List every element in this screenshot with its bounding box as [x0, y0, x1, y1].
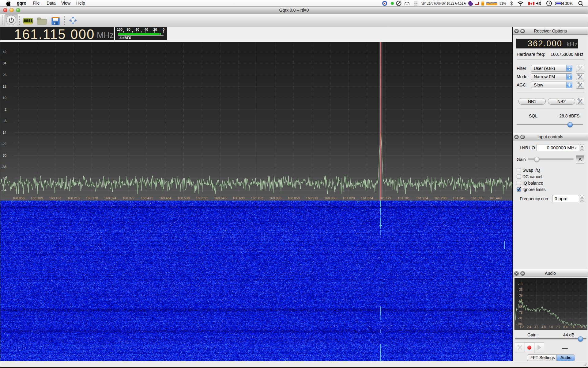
- svg-text:-100: -100: [116, 28, 123, 31]
- svg-text:-52: -52: [518, 299, 523, 303]
- svg-text:-80: -80: [126, 28, 130, 31]
- svg-text:-39: -39: [518, 294, 523, 297]
- svg-text:160.591: 160.591: [196, 196, 208, 200]
- svg-text:160.484: 160.484: [159, 196, 172, 200]
- svg-text:7.2: 7.2: [556, 325, 560, 329]
- svg-text:161.395: 161.395: [471, 196, 483, 200]
- svg-text:161.234: 161.234: [416, 196, 428, 200]
- svg-text:161.288: 161.288: [434, 196, 447, 200]
- svg-text:-14: -14: [2, 131, 6, 134]
- svg-text:8.4: 8.4: [563, 325, 567, 329]
- svg-text:160.163: 160.163: [49, 196, 61, 200]
- svg-text:-91: -91: [518, 316, 523, 320]
- svg-text:-4 dBFS: -4 dBFS: [119, 36, 131, 40]
- svg-text:-22: -22: [2, 142, 6, 146]
- svg-text:160.806: 160.806: [269, 196, 281, 200]
- svg-text:42: 42: [3, 50, 6, 54]
- svg-text:160.859: 160.859: [288, 196, 300, 200]
- svg-text:2: 2: [5, 108, 6, 111]
- svg-text:-26: -26: [518, 288, 523, 291]
- svg-text:6.0: 6.0: [549, 325, 553, 329]
- svg-text:161.181: 161.181: [398, 196, 410, 200]
- svg-text:160.109: 160.109: [31, 196, 43, 200]
- svg-text:3.6: 3.6: [534, 325, 538, 329]
- svg-text:51%: 51%: [499, 2, 506, 5]
- svg-text:160.324: 160.324: [104, 196, 116, 200]
- svg-text:160.913: 160.913: [306, 196, 318, 200]
- svg-text:-13: -13: [518, 282, 523, 286]
- svg-text:59° 5270 6006 66° 10.22 A 4.51: 59° 5270 6006 66° 10.22 A 4.51 A: [421, 1, 466, 6]
- svg-text:160.699: 160.699: [232, 196, 245, 200]
- svg-text:160.377: 160.377: [123, 196, 135, 200]
- svg-text:160.216: 160.216: [67, 196, 80, 200]
- svg-text:-20: -20: [152, 28, 157, 31]
- svg-text:160.538: 160.538: [178, 196, 190, 200]
- svg-text:2.4: 2.4: [527, 325, 531, 329]
- svg-text:10.8: 10.8: [577, 325, 583, 329]
- svg-text:160.270: 160.270: [86, 196, 98, 200]
- svg-text:18: 18: [3, 85, 6, 88]
- svg-text:-30: -30: [2, 154, 6, 157]
- svg-text:161.074: 161.074: [361, 196, 373, 200]
- svg-text:34: 34: [3, 61, 6, 65]
- svg-text:-38: -38: [2, 165, 6, 169]
- svg-text:-6: -6: [3, 119, 6, 123]
- svg-text:0: 0: [163, 28, 164, 31]
- svg-text:160.645: 160.645: [214, 196, 226, 200]
- svg-text:-78: -78: [518, 311, 523, 314]
- svg-text:-60: -60: [134, 28, 139, 31]
- svg-text:160.056: 160.056: [12, 196, 24, 200]
- svg-text:160.966: 160.966: [324, 196, 337, 200]
- svg-text:161.341: 161.341: [453, 196, 465, 200]
- svg-text:26: 26: [3, 73, 6, 77]
- svg-text:161.020: 161.020: [343, 196, 355, 200]
- svg-text:100%: 100%: [562, 1, 573, 6]
- svg-text:10: 10: [3, 96, 6, 100]
- svg-text:-40: -40: [143, 28, 148, 31]
- svg-text:160.431: 160.431: [141, 196, 153, 200]
- svg-text:161.449: 161.449: [489, 196, 502, 200]
- svg-text:9.6: 9.6: [571, 325, 575, 329]
- svg-text:1.2: 1.2: [520, 325, 524, 329]
- svg-text:-46: -46: [2, 177, 6, 180]
- svg-text:-65: -65: [518, 305, 523, 309]
- svg-text:4.8: 4.8: [541, 325, 546, 329]
